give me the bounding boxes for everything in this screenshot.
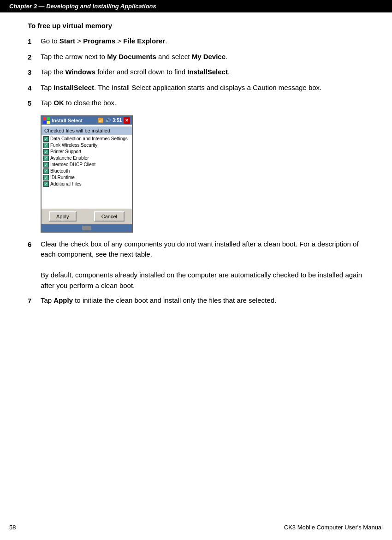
- step-4: 4 Tap InstallSelect. The Install Select …: [28, 83, 364, 94]
- svg-rect-3: [47, 121, 50, 124]
- page-footer: 58 CK3 Mobile Computer User's Manual: [0, 524, 392, 531]
- checklist: ✓Data Collection and Intermec Settings✓F…: [42, 135, 132, 188]
- steps-list: 1 Go to Start > Programs > File Explorer…: [28, 36, 364, 109]
- checklist-item-label: Additional Files: [50, 181, 82, 186]
- page-header: Chapter 3 — Developing and Installing Ap…: [0, 0, 392, 12]
- step-num-7: 7: [28, 295, 41, 306]
- svg-rect-2: [43, 121, 46, 124]
- step-1: 1 Go to Start > Programs > File Explorer…: [28, 36, 364, 47]
- titlebar-left: Install Select: [43, 117, 83, 124]
- checklist-item-label: Bluetooth: [50, 168, 70, 174]
- section-title: To free up virtual memory: [28, 22, 364, 30]
- checked-files-header: Checked files will be installed: [42, 126, 132, 135]
- footer-page-num: 58: [9, 524, 16, 531]
- signal-icon: 📶: [98, 118, 103, 123]
- checkbox-checked-icon[interactable]: ✓: [43, 162, 49, 168]
- step-7: 7 Tap Apply to initiate the clean boot a…: [28, 295, 364, 306]
- checklist-item: ✓Bluetooth: [42, 168, 132, 174]
- checkbox-checked-icon[interactable]: ✓: [43, 168, 49, 174]
- mock-device-screenshot: Install Select 📶 🔊 3:51 ✕ Checked files …: [41, 115, 133, 233]
- checkbox-checked-icon[interactable]: ✓: [43, 136, 49, 142]
- cancel-button[interactable]: Cancel: [94, 211, 125, 222]
- titlebar-title: Install Select: [52, 118, 83, 123]
- checklist-item-label: Avalanche Enabler: [50, 156, 89, 161]
- titlebar-time: 3:51: [113, 118, 122, 123]
- screenshot-container: Install Select 📶 🔊 3:51 ✕ Checked files …: [41, 115, 364, 233]
- titlebar-right: 📶 🔊 3:51 ✕: [98, 117, 130, 124]
- device-titlebar: Install Select 📶 🔊 3:51 ✕: [42, 116, 132, 125]
- windows-logo-icon: [43, 117, 50, 124]
- step-num-4: 4: [28, 83, 41, 94]
- checklist-item-label: Funk Wireless Security: [50, 143, 97, 148]
- close-button[interactable]: ✕: [124, 117, 130, 124]
- step-text-1: Go to Start > Programs > File Explorer.: [41, 36, 364, 47]
- step-text-7: Tap Apply to initiate the clean boot and…: [41, 295, 364, 306]
- step-num-2: 2: [28, 52, 41, 63]
- checkbox-checked-icon[interactable]: ✓: [43, 181, 49, 187]
- checklist-item-label: IDLRuntime: [50, 175, 75, 180]
- keyboard-icon: [82, 226, 91, 230]
- checkbox-checked-icon[interactable]: ✓: [43, 175, 49, 180]
- apply-button[interactable]: Apply: [49, 211, 77, 222]
- checklist-item-label: Data Collection and Intermec Settings: [50, 136, 128, 141]
- device-taskbar: [42, 224, 132, 232]
- step-num-6: 6: [28, 239, 41, 291]
- checklist-item: ✓Additional Files: [42, 181, 132, 187]
- step-num-3: 3: [28, 67, 41, 78]
- checklist-item: ✓Avalanche Enabler: [42, 155, 132, 162]
- checklist-item-label: Intermec DHCP Client: [50, 162, 95, 167]
- sound-icon: 🔊: [105, 118, 111, 123]
- step-num-5: 5: [28, 98, 41, 109]
- checklist-item: ✓IDLRuntime: [42, 174, 132, 181]
- footer-book-title: CK3 Mobile Computer User's Manual: [284, 524, 383, 531]
- checklist-item: ✓Intermec DHCP Client: [42, 162, 132, 168]
- checkbox-checked-icon[interactable]: ✓: [43, 156, 49, 161]
- step-3: 3 Tap the Windows folder and scroll down…: [28, 67, 364, 78]
- steps-list-2: 6 Clear the check box of any components …: [28, 239, 364, 306]
- checklist-item: ✓Data Collection and Intermec Settings: [42, 136, 132, 142]
- step-num-1: 1: [28, 36, 41, 47]
- svg-rect-1: [47, 117, 50, 120]
- device-spacer: [42, 188, 132, 207]
- svg-rect-0: [43, 117, 46, 120]
- checklist-item-label: Printer Support: [50, 149, 81, 154]
- header-left: Chapter 3 — Developing and Installing Ap…: [9, 3, 156, 10]
- step-text-6: Clear the check box of any components yo…: [41, 239, 364, 291]
- step-text-4: Tap InstallSelect. The Install Select ap…: [41, 83, 364, 94]
- step-text-2: Tap the arrow next to My Documents and s…: [41, 52, 364, 63]
- step-text-5: Tap OK to close the box.: [41, 98, 364, 109]
- step-text-3: Tap the Windows folder and scroll down t…: [41, 67, 364, 78]
- checkbox-checked-icon[interactable]: ✓: [43, 149, 49, 155]
- step-5: 5 Tap OK to close the box.: [28, 98, 364, 109]
- checklist-item: ✓Printer Support: [42, 149, 132, 155]
- checkbox-checked-icon[interactable]: ✓: [43, 143, 49, 148]
- checklist-item: ✓Funk Wireless Security: [42, 142, 132, 149]
- step-6: 6 Clear the check box of any components …: [28, 239, 364, 291]
- main-content: To free up virtual memory 1 Go to Start …: [0, 12, 392, 339]
- step-2: 2 Tap the arrow next to My Documents and…: [28, 52, 364, 63]
- device-buttons: Apply Cancel: [42, 209, 132, 224]
- device-body: Checked files will be installed ✓Data Co…: [42, 125, 132, 209]
